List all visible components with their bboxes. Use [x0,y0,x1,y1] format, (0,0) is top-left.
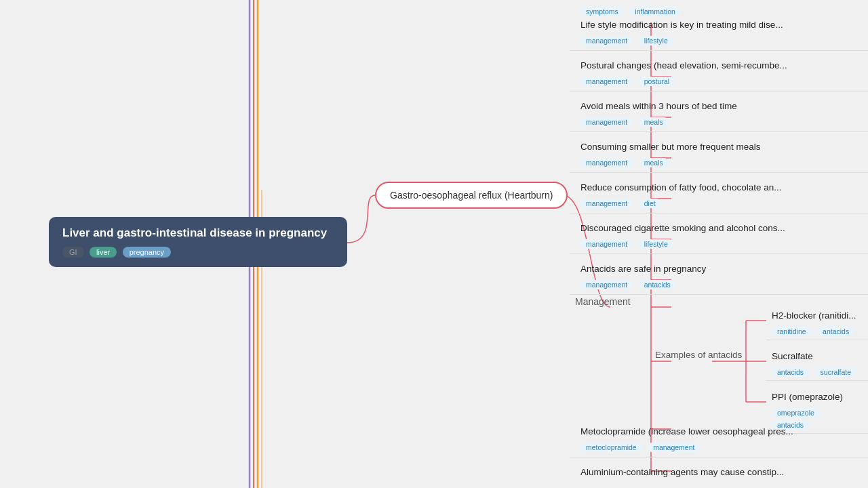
tag-diet: diet [639,199,661,208]
tag-metoclopramide: metoclopramide [580,443,642,452]
node-lifestyle-text: Life style modification is key in treati… [580,19,857,32]
gastro-node: Gastro-oesophageal reflux (Heartburn) [375,182,568,209]
tag-pregnancy: pregnancy [123,247,171,258]
node-avoid-text: Avoid meals within 3 hours of bed time [580,100,857,113]
node-antacids-text: Antacids are safe in pregnancy [580,263,857,276]
examples-text: Examples of antacids [655,350,742,360]
tag-meals-2: meals [639,158,669,167]
tag-gi: GI [62,247,84,258]
title-tags: GI liver pregnancy [62,245,334,258]
tag-antacids-3: antacids [772,367,809,377]
node-aluminium: Aluminium-containing agents may cause co… [570,462,868,485]
tag-management-3: management [580,117,633,127]
node-lifestyle-mod: Life style modification is key in treati… [570,15,868,51]
title-node: Liver and gastro-intestinal disease in p… [49,217,347,267]
node-metoclopramide-text: Metoclopramide (increase lower oesophage… [580,426,857,439]
node-avoid-meals: Avoid meals within 3 hours of bed time m… [570,96,868,132]
tag-lifestyle: lifestyle [639,36,673,45]
canvas: Liver and gastro-intestinal disease in p… [0,0,868,488]
tag-management: management [580,36,633,45]
tag-management-7: management [580,280,633,289]
node-postural-text: Postural changes (head elevation, semi-r… [580,60,857,73]
node-smaller-text: Consuming smaller but more frequent meal… [580,141,857,154]
tag-management-6: management [580,239,633,249]
title-text: Liver and gastro-intestinal disease in p… [62,226,334,240]
tag-lifestyle-2: lifestyle [639,239,673,249]
tag-antacids-1: antacids [639,280,676,289]
node-reduce-text: Reduce consumption of fatty food, chocol… [580,182,857,195]
node-sucralfate: Sucralfate antacids sucralfate [766,348,868,381]
tag-postural: postural [639,77,675,86]
node-antacids-safe: Antacids are safe in pregnancy managemen… [570,259,868,295]
tag-ranitidine: ranitidine [772,327,812,336]
tag-antacids-2: antacids [817,327,854,336]
node-h2-blocker: H2-blocker (ranitidi... ranitidine antac… [766,307,868,340]
node-postural: Postural changes (head elevation, semi-r… [570,56,868,92]
node-ppi-text: PPI (omeprazole) [772,391,863,404]
tag-management-8: management [648,443,700,452]
node-metoclopramide: Metoclopramide (increase lower oesophage… [570,422,868,458]
node-aluminium-text: Aluminium-containing agents may cause co… [580,466,857,479]
node-discouraged-text: Discouraged cigarette smoking and alcoho… [580,222,857,235]
tag-omeprazole: omeprazole [772,408,820,418]
node-smaller-meals: Consuming smaller but more frequent meal… [570,137,868,173]
node-discouraged: Discouraged cigarette smoking and alcoho… [570,218,868,254]
tag-sucralfate: sucralfate [815,367,857,377]
tag-management-5: management [580,199,633,208]
node-h2-text: H2-blocker (ranitidi... [772,310,863,323]
node-reduce-fatty: Reduce consumption of fatty food, chocol… [570,178,868,214]
examples-node: Examples of antacids [644,346,753,364]
node-sucralfate-text: Sucralfate [772,350,863,363]
tag-liver: liver [90,247,117,258]
tag-meals-1: meals [639,117,669,127]
tag-management-4: management [580,158,633,167]
management-label: Management [575,296,631,307]
tag-management-2: management [580,77,633,86]
gastro-text: Gastro-oesophageal reflux (Heartburn) [390,190,553,201]
